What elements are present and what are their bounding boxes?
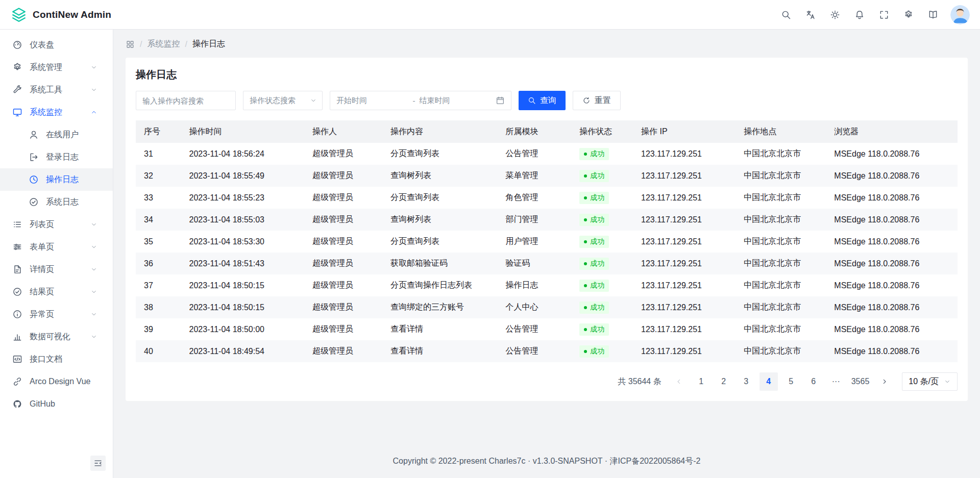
footer: Copyright © 2022-present Charles7c · v1.… [113, 446, 980, 478]
status-dot-icon [584, 306, 587, 309]
chevron-down-icon [90, 311, 97, 318]
sidebar-item-label: 系统监控 [30, 107, 90, 118]
settings-button[interactable] [898, 5, 919, 25]
sidebar-item-operation-log[interactable]: 操作日志 [0, 168, 113, 191]
sidebar-item-detail-page[interactable]: 详情页 [0, 258, 113, 281]
status-badge: 成功 [579, 258, 609, 270]
pagination-page-3[interactable]: 3 [737, 372, 755, 391]
column-header-7: 操作地点 [736, 120, 826, 143]
docs-button[interactable] [923, 5, 943, 25]
cell-id: 37 [136, 274, 181, 296]
chevron-left-icon [675, 378, 683, 386]
pagination-ellipsis[interactable]: ··· [827, 372, 845, 391]
sidebar-item-label: 系统日志 [46, 197, 105, 208]
cell-time: 2023-11-04 18:56:24 [181, 143, 305, 165]
sidebar-item-dashboard[interactable]: 仪表盘 [0, 34, 113, 56]
fullscreen-icon [879, 10, 889, 20]
main-content: / 系统监控 / 操作日志 操作日志 操作状态搜索 开始时间 - 结束时间 [113, 30, 980, 478]
sidebar-item-online-users[interactable]: 在线用户 [0, 123, 113, 146]
cell-operator: 超级管理员 [304, 209, 382, 231]
reset-button[interactable]: 重置 [573, 91, 621, 110]
pagination-page-5[interactable]: 5 [782, 372, 800, 391]
user-icon [29, 130, 39, 140]
pagination-page-3565[interactable]: 3565 [849, 372, 872, 391]
theme-button[interactable] [825, 5, 845, 25]
pagination-page-1[interactable]: 1 [692, 372, 710, 391]
sidebar-item-label: 详情页 [30, 264, 90, 275]
layout-body: 仪表盘系统管理系统工具系统监控在线用户登录日志操作日志系统日志列表页表单页详情页… [0, 30, 980, 478]
sidebar-item-data-visualization[interactable]: 数据可视化 [0, 325, 113, 348]
cell-operator: 超级管理员 [304, 187, 382, 209]
cell-module: 公告管理 [497, 318, 571, 340]
cell-operator: 超级管理员 [304, 296, 382, 318]
pagination-page-2[interactable]: 2 [715, 372, 733, 391]
breadcrumb-separator: / [140, 40, 142, 49]
cell-ip: 123.117.129.251 [633, 209, 736, 231]
gear-icon [903, 10, 914, 20]
pagination-page-6[interactable]: 6 [804, 372, 823, 391]
chevron-down-icon [90, 221, 97, 228]
operation-log-card: 操作日志 操作状态搜索 开始时间 - 结束时间 查 [126, 58, 968, 401]
search-button[interactable] [776, 5, 796, 25]
sidebar-item-arco-design-vue[interactable]: Arco Design Vue [0, 370, 113, 393]
cell-browser: MSEdge 118.0.2088.76 [826, 340, 958, 362]
column-header-4: 所属模块 [497, 120, 571, 143]
cell-content: 获取邮箱验证码 [382, 253, 497, 274]
operation-content-search-input[interactable] [136, 91, 236, 110]
cell-status: 成功 [571, 318, 633, 340]
column-header-3: 操作内容 [382, 120, 497, 143]
operation-status-select[interactable]: 操作状态搜索 [243, 91, 323, 110]
sidebar-item-system-tools[interactable]: 系统工具 [0, 79, 113, 101]
sidebar-item-label: 表单页 [30, 242, 90, 253]
cell-content: 分页查询列表 [382, 231, 497, 253]
translate-button[interactable] [800, 5, 821, 25]
fullscreen-button[interactable] [874, 5, 894, 25]
sidebar-collapse-button[interactable] [90, 456, 106, 471]
cell-location: 中国北京北京市 [736, 296, 826, 318]
cell-status: 成功 [571, 165, 633, 187]
table-row: 352023-11-04 18:53:30超级管理员分页查询列表用户管理成功12… [136, 231, 958, 253]
sidebar-item-system-management[interactable]: 系统管理 [0, 56, 113, 79]
search-button[interactable]: 查询 [519, 91, 566, 110]
notifications-button[interactable] [849, 5, 870, 25]
status-badge: 成功 [579, 236, 609, 248]
sidebar: 仪表盘系统管理系统工具系统监控在线用户登录日志操作日志系统日志列表页表单页详情页… [0, 30, 113, 478]
sidebar-item-api-doc[interactable]: 接口文档 [0, 348, 113, 370]
pagination-page-4[interactable]: 4 [760, 372, 778, 391]
cell-operator: 超级管理员 [304, 253, 382, 274]
sidebar-item-login-log[interactable]: 登录日志 [0, 146, 113, 168]
cell-content: 查看详情 [382, 318, 497, 340]
logo[interactable]: ContiNew Admin [10, 6, 111, 23]
cell-browser: MSEdge 118.0.2088.76 [826, 296, 958, 318]
cell-browser: MSEdge 118.0.2088.76 [826, 209, 958, 231]
table-row: 382023-11-04 18:50:15超级管理员查询绑定的三方账号个人中心成… [136, 296, 958, 318]
sidebar-item-list-page[interactable]: 列表页 [0, 213, 113, 236]
cell-time: 2023-11-04 18:55:49 [181, 165, 305, 187]
sidebar-item-github[interactable]: GitHub [0, 393, 113, 415]
cell-id: 35 [136, 231, 181, 253]
page-size-label: 10 条/页 [909, 376, 939, 387]
bar-chart-icon [12, 332, 22, 342]
sidebar-item-form-page[interactable]: 表单页 [0, 236, 113, 258]
sidebar-item-label: GitHub [30, 399, 105, 409]
page-size-select[interactable]: 10 条/页 [902, 372, 958, 391]
sidebar-item-result-page[interactable]: 结果页 [0, 281, 113, 303]
cell-operator: 超级管理员 [304, 340, 382, 362]
cell-operator: 超级管理员 [304, 165, 382, 187]
cell-ip: 123.117.129.251 [633, 187, 736, 209]
tool-icon [12, 85, 22, 95]
pagination-prev-button[interactable] [670, 372, 688, 391]
sidebar-item-system-monitor[interactable]: 系统监控 [0, 101, 113, 123]
cell-time: 2023-11-04 18:49:54 [181, 340, 305, 362]
cell-browser: MSEdge 118.0.2088.76 [826, 318, 958, 340]
user-avatar[interactable] [950, 5, 970, 24]
cell-time: 2023-11-04 18:53:30 [181, 231, 305, 253]
sidebar-item-exception-page[interactable]: 异常页 [0, 303, 113, 325]
sidebar-item-system-log[interactable]: 系统日志 [0, 191, 113, 213]
app-title: ContiNew Admin [33, 9, 111, 20]
pagination-next-button[interactable] [875, 372, 894, 391]
cell-location: 中国北京北京市 [736, 143, 826, 165]
dashboard-icon [12, 40, 22, 50]
date-range-picker[interactable]: 开始时间 - 结束时间 [330, 91, 511, 110]
breadcrumb-item-system-monitor[interactable]: 系统监控 [147, 39, 180, 49]
